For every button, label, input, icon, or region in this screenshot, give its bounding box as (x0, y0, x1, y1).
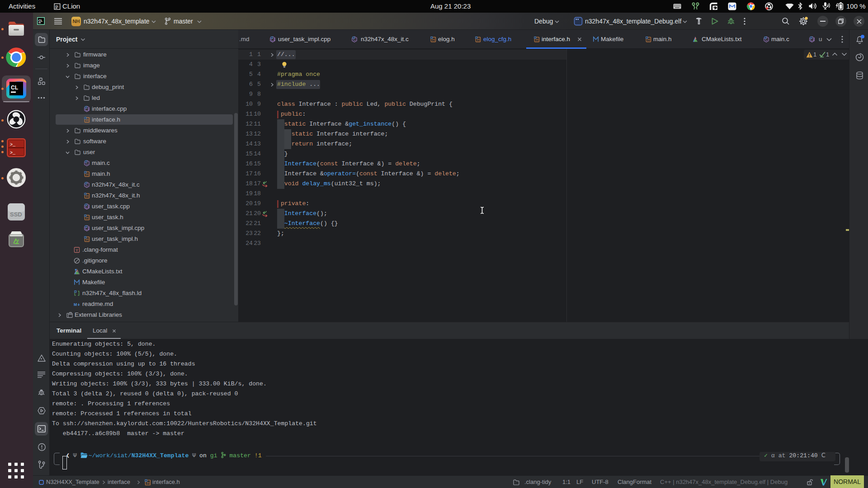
svg-text:CL: CL (38, 19, 43, 22)
svg-text:M: M (74, 302, 77, 307)
svg-text:CL: CL (11, 84, 18, 91)
svg-text:>_: >_ (10, 150, 16, 155)
svg-text:SSD: SSD (10, 211, 22, 218)
svg-text:>_: >_ (10, 142, 16, 147)
svg-text:Y: Y (75, 248, 78, 253)
svg-text:CL: CL (55, 5, 59, 8)
